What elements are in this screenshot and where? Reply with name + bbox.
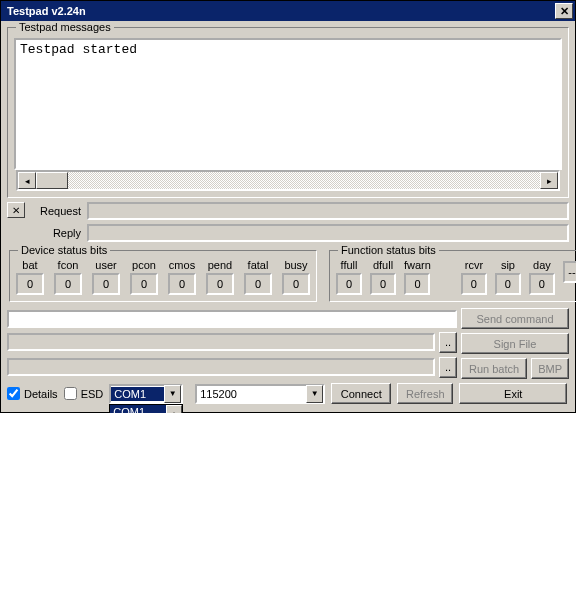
com-port-combo[interactable]: COM1 ▼ COM1COM2COM3COM4COM5COM6COM7COM8C… xyxy=(109,384,183,404)
status-col-value: 0 xyxy=(54,273,82,295)
esd-checkbox-input[interactable] xyxy=(64,387,77,400)
status-col-label: pcon xyxy=(132,259,156,271)
status-col-value: 0 xyxy=(168,273,196,295)
scroll-thumb[interactable] xyxy=(36,172,68,189)
sign-file-button[interactable]: Sign File xyxy=(461,333,569,354)
status-col: day0 xyxy=(529,259,555,295)
device-status-group: Device status bits bat0fcon0user0pcon0cm… xyxy=(9,250,317,302)
file-field-2 xyxy=(7,358,435,376)
status-col-value: 0 xyxy=(206,273,234,295)
status-col-value: 0 xyxy=(92,273,120,295)
scroll-right-icon[interactable]: ▸ xyxy=(540,172,558,189)
status-col: fatal0 xyxy=(244,259,272,295)
close-icon[interactable]: ✕ xyxy=(555,3,573,19)
status-col-value: 0 xyxy=(461,273,487,295)
status-col-label: fcon xyxy=(58,259,79,271)
status-col: dfull0 xyxy=(370,259,396,295)
send-command-button[interactable]: Send command xyxy=(461,308,569,329)
device-status-caption: Device status bits xyxy=(18,244,110,256)
status-col-value: -- xyxy=(563,261,576,283)
connect-button[interactable]: Connect xyxy=(331,383,391,404)
titlebar: Testpad v2.24n ✕ xyxy=(1,1,575,21)
messages-caption: Testpad messages xyxy=(16,21,114,33)
window-title: Testpad v2.24n xyxy=(7,5,86,17)
status-col-value: 0 xyxy=(336,273,362,295)
status-col: rcvr0 xyxy=(461,259,487,295)
status-col-label: fwarn xyxy=(404,259,431,271)
messages-hscrollbar[interactable]: ◂ ▸ xyxy=(16,170,560,191)
messages-textarea[interactable]: Testpad started xyxy=(14,38,562,170)
status-col-value: 0 xyxy=(130,273,158,295)
status-col-value: 0 xyxy=(244,273,272,295)
status-col-value: 0 xyxy=(495,273,521,295)
status-col-label: cmos xyxy=(169,259,195,271)
function-status-caption: Function status bits xyxy=(338,244,439,256)
scroll-up-icon[interactable]: ▴ xyxy=(166,405,182,414)
status-col-value: 0 xyxy=(370,273,396,295)
details-checkbox[interactable]: Details xyxy=(7,387,58,400)
chevron-down-icon[interactable]: ▼ xyxy=(306,385,323,403)
status-col: pend0 xyxy=(206,259,234,295)
com-option[interactable]: COM1 xyxy=(110,405,166,414)
com-port-dropdown[interactable]: COM1COM2COM3COM4COM5COM6COM7COM8COM9COM1… xyxy=(109,404,183,414)
status-col-value: 0 xyxy=(16,273,44,295)
status-col-label: user xyxy=(95,259,116,271)
function-status-group: Function status bits ffull0dfull0fwarn0r… xyxy=(329,250,576,302)
command-input[interactable] xyxy=(7,310,457,328)
request-label: Request xyxy=(29,205,81,217)
details-label: Details xyxy=(24,388,58,400)
status-col: busy0 xyxy=(282,259,310,295)
client-area: Testpad messages Testpad started ◂ ▸ ✕ R… xyxy=(1,21,575,412)
scroll-left-icon[interactable]: ◂ xyxy=(18,172,36,189)
baud-combo[interactable]: 115200 ▼ xyxy=(195,384,325,404)
com-port-value: COM1 xyxy=(111,387,164,401)
esd-checkbox[interactable]: ESD xyxy=(64,387,104,400)
esd-label: ESD xyxy=(81,388,104,400)
exit-button[interactable]: Exit xyxy=(459,383,567,404)
reply-label: Reply xyxy=(29,227,81,239)
details-checkbox-input[interactable] xyxy=(7,387,20,400)
status-col: sip0 xyxy=(495,259,521,295)
status-col: bat0 xyxy=(16,259,44,295)
browse-button-1[interactable]: .. xyxy=(439,332,457,353)
status-col-label: fatal xyxy=(248,259,269,271)
status-col: user0 xyxy=(92,259,120,295)
status-col-label: busy xyxy=(284,259,307,271)
file-field-1 xyxy=(7,333,435,351)
refresh-button[interactable]: Refresh xyxy=(397,383,453,404)
reply-field xyxy=(87,224,569,242)
status-col-label: dfull xyxy=(373,259,393,271)
clear-button[interactable]: ✕ xyxy=(7,202,25,218)
status-col-label: pend xyxy=(208,259,232,271)
status-col-label: bat xyxy=(22,259,37,271)
status-col: fwarn0 xyxy=(404,259,431,295)
messages-group: Testpad messages Testpad started ◂ ▸ xyxy=(7,27,569,198)
browse-button-2[interactable]: .. xyxy=(439,357,457,378)
scroll-track[interactable] xyxy=(68,172,540,189)
status-col-label: ffull xyxy=(341,259,358,271)
status-col-label: rcvr xyxy=(465,259,483,271)
run-batch-button[interactable]: Run batch xyxy=(461,358,527,379)
window: Testpad v2.24n ✕ Testpad messages Testpa… xyxy=(0,0,576,413)
status-col: fcon0 xyxy=(54,259,82,295)
status-col-label: sip xyxy=(501,259,515,271)
status-col: -- xyxy=(563,259,576,283)
status-col: cmos0 xyxy=(168,259,196,295)
dropdown-scrollbar[interactable]: ▴ ▾ xyxy=(166,405,182,414)
messages-text: Testpad started xyxy=(20,42,137,57)
status-col: pcon0 xyxy=(130,259,158,295)
chevron-down-icon[interactable]: ▼ xyxy=(164,385,181,403)
request-field xyxy=(87,202,569,220)
status-col-value: 0 xyxy=(529,273,555,295)
status-col: ffull0 xyxy=(336,259,362,295)
bmp-button[interactable]: BMP xyxy=(531,358,569,379)
status-col-label: day xyxy=(533,259,551,271)
status-col-value: 0 xyxy=(404,273,430,295)
baud-value: 115200 xyxy=(197,387,306,401)
status-col-value: 0 xyxy=(282,273,310,295)
